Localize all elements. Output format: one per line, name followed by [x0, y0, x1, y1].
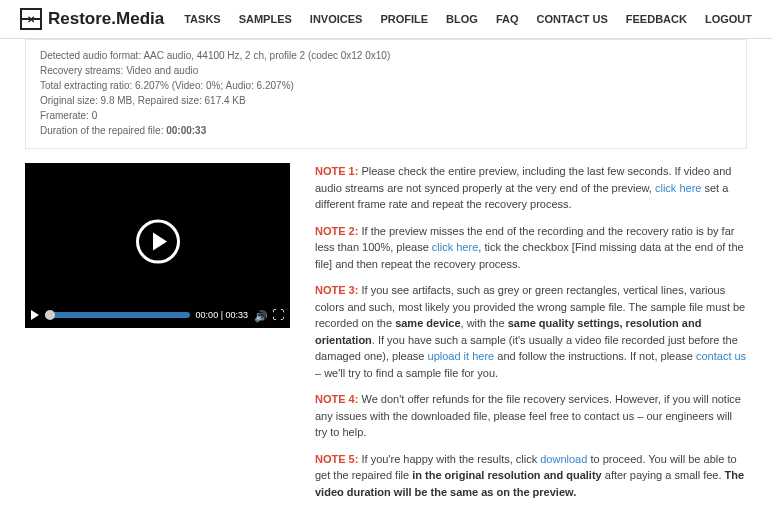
file-metadata: Detected audio format: AAC audio, 44100 …	[25, 39, 747, 149]
nav-profile[interactable]: PROFILE	[380, 13, 428, 25]
player-controls: 00:00 | 00:33	[31, 308, 284, 322]
note1-link[interactable]: click here	[655, 182, 701, 194]
main-nav: TASKS SAMPLES INVOICES PROFILE BLOG FAQ …	[184, 13, 752, 25]
meta-ratio: Total extracting ratio: 6.207% (Video: 0…	[40, 78, 732, 93]
play-small-icon[interactable]	[31, 310, 39, 320]
play-icon[interactable]	[136, 219, 180, 263]
meta-duration: Duration of the repaired file: 00:00:33	[40, 123, 732, 138]
meta-framerate: Framerate: 0	[40, 108, 732, 123]
brand-name: Restore.Media	[48, 9, 164, 29]
note3-upload-link[interactable]: upload it here	[428, 350, 495, 362]
nav-logout[interactable]: LOGOUT	[705, 13, 752, 25]
note-4: NOTE 4: We don't offer refunds for the f…	[315, 391, 747, 441]
meta-audio-format: Detected audio format: AAC audio, 44100 …	[40, 48, 732, 63]
notes-panel: NOTE 1: Please check the entire preview,…	[315, 163, 747, 510]
nav-samples[interactable]: SAMPLES	[239, 13, 292, 25]
logo-icon	[20, 8, 42, 30]
note2-link[interactable]: click here	[432, 241, 478, 253]
note-5: NOTE 5: If you're happy with the results…	[315, 451, 747, 501]
nav-contact[interactable]: CONTACT US	[537, 13, 608, 25]
nav-blog[interactable]: BLOG	[446, 13, 478, 25]
meta-size: Original size: 9.8 MB, Repaired size: 61…	[40, 93, 732, 108]
nav-invoices[interactable]: INVOICES	[310, 13, 363, 25]
nav-tasks[interactable]: TASKS	[184, 13, 220, 25]
nav-faq[interactable]: FAQ	[496, 13, 519, 25]
header: Restore.Media TASKS SAMPLES INVOICES PRO…	[0, 0, 772, 39]
note-3: NOTE 3: If you see artifacts, such as gr…	[315, 282, 747, 381]
logo[interactable]: Restore.Media	[20, 8, 164, 30]
nav-feedback[interactable]: FEEDBACK	[626, 13, 687, 25]
player-time: 00:00 | 00:33	[196, 310, 248, 320]
fullscreen-icon[interactable]	[272, 308, 284, 322]
volume-icon[interactable]	[254, 310, 266, 320]
note-2: NOTE 2: If the preview misses the end of…	[315, 223, 747, 273]
video-player[interactable]: 00:00 | 00:33	[25, 163, 290, 328]
progress-bar[interactable]	[45, 312, 190, 318]
note3-contact-link[interactable]: contact us	[696, 350, 746, 362]
note-1: NOTE 1: Please check the entire preview,…	[315, 163, 747, 213]
meta-streams: Recovery streams: Video and audio	[40, 63, 732, 78]
note5-download-link[interactable]: download	[540, 453, 587, 465]
